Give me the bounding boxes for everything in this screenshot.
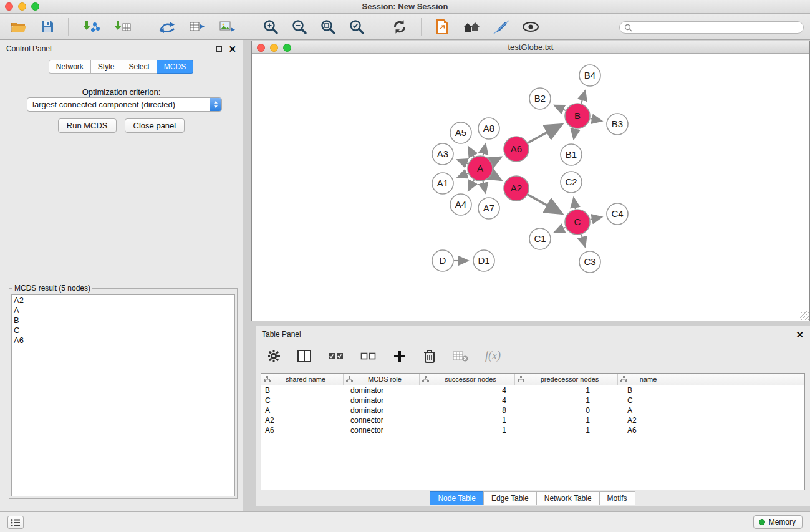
close-table-panel-icon[interactable]: ✕ [796, 330, 804, 339]
window-titlebar[interactable]: Session: New Session [0, 0, 810, 14]
node-B[interactable]: B [565, 104, 590, 128]
edge-A-A1[interactable] [457, 173, 468, 178]
mcds-result-item[interactable]: A2 [14, 296, 233, 306]
node-C4[interactable]: C4 [607, 203, 628, 225]
table-row[interactable]: Adominator80A [261, 405, 804, 415]
edge-B-B3[interactable] [591, 118, 602, 121]
resize-grip[interactable] [800, 311, 809, 320]
tab-edge-table[interactable]: Edge Table [483, 491, 537, 505]
table-row[interactable]: A2connector11A2 [261, 415, 804, 425]
maximize-window-button[interactable] [31, 2, 39, 11]
mcds-result-item[interactable]: B [14, 316, 233, 326]
node-A8[interactable]: A8 [478, 118, 499, 139]
edge-C-C3[interactable] [581, 235, 585, 247]
run-mcds-button[interactable]: Run MCDS [58, 118, 117, 133]
node-D1[interactable]: D1 [473, 250, 494, 271]
import-network-button[interactable] [79, 18, 103, 36]
column-header-MCDS-role[interactable]: MCDS role [344, 374, 420, 385]
node-D[interactable]: D [432, 250, 453, 271]
style-brush-button[interactable] [491, 18, 512, 36]
import-table-button[interactable] [110, 18, 134, 36]
search-input[interactable] [632, 23, 803, 32]
minimize-network-button[interactable] [270, 44, 278, 52]
home-button[interactable] [460, 19, 483, 35]
node-A3[interactable]: A3 [432, 143, 453, 165]
table-settings-button[interactable] [264, 348, 283, 364]
tab-network[interactable]: Network [49, 60, 91, 74]
export-image-button[interactable] [216, 18, 238, 36]
zoom-out-button[interactable] [289, 17, 310, 36]
node-C3[interactable]: C3 [579, 251, 600, 273]
node-C[interactable]: C [565, 210, 590, 235]
node-A2[interactable]: A2 [504, 176, 529, 201]
zoom-in-button[interactable] [260, 17, 281, 36]
node-C1[interactable]: C1 [529, 228, 551, 249]
node-table[interactable]: shared nameMCDS rolesuccessor nodesprede… [261, 373, 805, 490]
open-document-button[interactable] [432, 17, 452, 36]
column-header-predecessor-nodes[interactable]: predecessor nodes [515, 374, 618, 385]
table-row[interactable]: A6connector11A6 [261, 425, 804, 435]
node-C2[interactable]: C2 [561, 172, 582, 193]
network-canvas[interactable]: B4B2BB3A5A8A6B1A3AA1C2A2A4A7C4C1CC3DD1 [252, 54, 809, 321]
memory-button[interactable]: Memory [753, 515, 803, 529]
node-A7[interactable]: A7 [478, 198, 499, 219]
edge-A-A6[interactable] [492, 157, 501, 162]
function-builder-button[interactable]: f(x) [483, 348, 503, 364]
node-A4[interactable]: A4 [450, 194, 471, 215]
float-panel-icon[interactable] [216, 46, 222, 52]
tab-style[interactable]: Style [90, 60, 122, 74]
node-B1[interactable]: B1 [561, 144, 582, 165]
task-history-button[interactable] [7, 516, 24, 529]
edge-A-A3[interactable] [457, 160, 468, 164]
show-columns-button[interactable] [295, 349, 314, 364]
mcds-result-item[interactable]: A [14, 306, 233, 316]
refresh-button[interactable] [389, 17, 410, 36]
search-box[interactable] [619, 21, 804, 34]
table-row[interactable]: Bdominator41B [261, 385, 804, 395]
edge-C-C4[interactable] [591, 217, 602, 220]
save-session-button[interactable] [37, 18, 57, 36]
node-A6[interactable]: A6 [504, 137, 529, 162]
tab-node-table[interactable]: Node Table [430, 491, 484, 505]
node-A[interactable]: A [468, 156, 493, 181]
node-A1[interactable]: A1 [432, 173, 453, 194]
network-window-titlebar[interactable]: testGlobe.txt [252, 41, 809, 54]
delete-table-button[interactable] [450, 349, 471, 364]
mcds-result-item[interactable]: A6 [14, 336, 233, 346]
export-network-button[interactable] [156, 18, 178, 36]
edge-B-B4[interactable] [581, 90, 585, 104]
show-hide-button[interactable] [519, 20, 542, 34]
column-header-name[interactable]: name [618, 374, 672, 385]
edge-C-C1[interactable] [554, 228, 566, 233]
close-panel-button[interactable]: Close panel [125, 118, 185, 133]
maximize-network-button[interactable] [283, 44, 291, 52]
add-column-button[interactable] [390, 348, 409, 364]
open-session-button[interactable] [7, 18, 30, 36]
edge-A-A5[interactable] [468, 147, 474, 157]
delete-column-button[interactable] [421, 347, 438, 365]
node-A5[interactable]: A5 [450, 122, 471, 143]
tab-mcds[interactable]: MCDS [157, 60, 193, 74]
edge-A-A2[interactable] [491, 175, 501, 180]
node-B3[interactable]: B3 [607, 114, 628, 135]
column-header-successor-nodes[interactable]: successor nodes [420, 374, 515, 385]
edge-C-C2[interactable] [574, 198, 576, 210]
edge-A-A7[interactable] [483, 181, 486, 193]
minimize-window-button[interactable] [18, 2, 26, 11]
tab-motifs[interactable]: Motifs [599, 491, 635, 505]
float-table-panel-icon[interactable] [784, 332, 789, 337]
node-B4[interactable]: B4 [579, 65, 600, 86]
edge-A-A8[interactable] [483, 143, 486, 155]
close-network-button[interactable] [257, 44, 265, 52]
edge-A6-B[interactable] [528, 124, 562, 143]
mcds-result-list[interactable]: A2ABCA6 [11, 294, 235, 496]
edge-B-B2[interactable] [554, 105, 566, 111]
select-all-button[interactable] [325, 349, 346, 363]
tab-network-table[interactable]: Network Table [536, 491, 600, 505]
mcds-result-item[interactable]: C [14, 326, 233, 336]
close-panel-icon[interactable]: ✕ [228, 44, 236, 54]
column-header-shared-name[interactable]: shared name [261, 374, 344, 385]
edge-A2-C[interactable] [528, 195, 562, 213]
close-window-button[interactable] [5, 2, 13, 11]
node-B2[interactable]: B2 [529, 88, 551, 109]
